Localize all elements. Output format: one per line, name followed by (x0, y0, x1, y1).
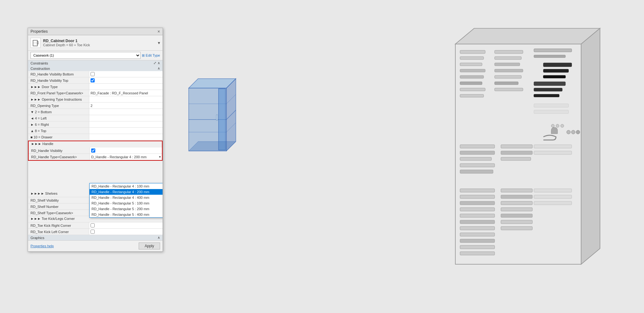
handle-section-highlighted: ►►► Handle RD_Handle Visibility RD_Handl… (28, 141, 163, 161)
handle-type-dropdown[interactable]: RD_Handle - Rectangular 4 : 100 mm RD_Ha… (89, 183, 163, 218)
prop-toe-kick-right: RD_Toe Kick Right Corner (28, 222, 163, 229)
panel-header: RD_Cabinet Door 1 Cabinet Depth = 60 + T… (28, 35, 163, 51)
svg-rect-72 (501, 208, 532, 211)
prop-2-bottom: ▼ 2 = Bottom (28, 109, 163, 115)
svg-rect-58 (460, 189, 495, 192)
prop-front-panel-type: RD_Front Panel Type<Casework> RD_Facade … (28, 90, 163, 96)
svg-rect-24 (543, 75, 565, 78)
prop-opening-type: RD_Opening Type 2 (28, 103, 163, 109)
constraints-section-header: Constraints ⤢ ∧ (28, 60, 163, 66)
handle-type-dropdown-arrow: ▾ (159, 155, 161, 159)
svg-rect-76 (534, 189, 572, 192)
svg-rect-21 (534, 55, 565, 58)
panel-header-subtitle: Cabinet Depth = 60 + Toe Kick (43, 43, 155, 47)
svg-rect-29 (460, 75, 484, 78)
prop-handle-section-label: ►►► Handle (29, 141, 162, 148)
svg-point-44 (561, 124, 564, 127)
constraints-collapse-icon[interactable]: ⤢ (153, 61, 156, 65)
prop-handle-visibility: RD_Handle Visibility (29, 148, 162, 154)
panel-title: Properties (31, 29, 48, 34)
svg-point-4 (37, 44, 37, 44)
svg-rect-81 (534, 94, 559, 97)
svg-rect-33 (495, 50, 523, 53)
svg-rect-57 (534, 151, 572, 154)
svg-rect-35 (495, 63, 520, 66)
svg-rect-55 (501, 157, 531, 160)
properties-help-link[interactable]: Properties help (31, 244, 54, 248)
svg-marker-18 (455, 28, 600, 44)
dropdown-item-5[interactable]: RD_Handle - Rectangular 5 : 400 mm (90, 212, 163, 217)
svg-rect-2 (37, 42, 38, 44)
svg-rect-53 (501, 145, 532, 148)
toe-kick-left-checkbox[interactable] (91, 230, 95, 234)
handle-visibility-top-checkbox[interactable] (91, 78, 95, 82)
svg-rect-37 (495, 75, 521, 78)
svg-rect-63 (460, 220, 495, 224)
svg-point-45 (567, 130, 570, 134)
svg-rect-60 (460, 201, 495, 205)
graphics-section-header: Graphics ∧ (28, 235, 163, 240)
constraints-collapse-controls: ⤢ ∧ (153, 61, 160, 65)
svg-rect-30 (460, 82, 482, 85)
svg-rect-25 (460, 50, 485, 53)
prop-handle-type: RD_Handle Type<Casework> D_Handle - Rect… (29, 154, 162, 160)
svg-rect-69 (501, 189, 532, 192)
svg-rect-70 (501, 195, 532, 198)
svg-rect-50 (460, 157, 491, 160)
panel-titlebar: Properties × (28, 28, 163, 35)
svg-rect-75 (501, 226, 532, 230)
svg-point-46 (571, 130, 575, 134)
panel-content: Constraints ⤢ ∧ Construction ∧ RD_Handle… (28, 60, 163, 240)
svg-rect-68 (460, 252, 495, 255)
svg-rect-28 (460, 69, 485, 72)
svg-rect-32 (460, 94, 484, 97)
svg-point-43 (556, 124, 559, 127)
svg-point-3 (37, 42, 37, 42)
panel-footer: Properties help Apply (28, 240, 163, 251)
handle-visibility-checkbox[interactable] (91, 148, 95, 153)
svg-rect-38 (495, 82, 518, 85)
svg-rect-0 (33, 40, 37, 46)
svg-rect-74 (501, 220, 532, 224)
svg-rect-56 (534, 145, 572, 148)
svg-rect-80 (534, 88, 562, 91)
construction-expand-icon[interactable]: ∧ (158, 66, 160, 70)
svg-rect-66 (460, 239, 495, 243)
prop-door-type: ►►► Door Type (28, 84, 163, 90)
svg-rect-20 (534, 49, 572, 52)
handle-visibility-bottom-checkbox[interactable] (91, 72, 95, 76)
toe-kick-right-checkbox[interactable] (91, 223, 95, 227)
dropdown-item-2[interactable]: RD_Handle - Rectangular 4 : 400 mm (90, 195, 163, 200)
svg-rect-26 (460, 57, 484, 59)
svg-rect-61 (460, 208, 495, 211)
panel-header-info: RD_Cabinet Door 1 Cabinet Depth = 60 + T… (43, 39, 155, 47)
type-dropdown[interactable]: Casework (1) (31, 52, 141, 59)
svg-rect-48 (460, 145, 495, 148)
svg-rect-36 (495, 69, 523, 72)
type-selector-row: Casework (1) ⊞ Edit Type (28, 51, 163, 60)
svg-rect-1 (33, 43, 37, 43)
graphics-expand-icon[interactable]: ∧ (158, 236, 160, 240)
close-button[interactable]: × (158, 29, 160, 34)
prop-toe-kick-left: RD_Toe Kick Left Corner (28, 229, 163, 235)
svg-rect-67 (460, 245, 495, 249)
prop-handle-visibility-top: RD_Handle Visibility Top (28, 77, 163, 84)
dropdown-item-3[interactable]: RD_Handle - Rectangular 5 : 100 mm (90, 200, 163, 206)
svg-rect-41 (534, 110, 569, 114)
dropdown-item-1[interactable]: RD_Handle - Rectangular 4 : 200 mm (90, 189, 163, 195)
svg-rect-79 (534, 82, 565, 86)
svg-point-42 (551, 124, 554, 127)
svg-rect-51 (460, 164, 495, 167)
dropdown-item-4[interactable]: RD_Handle - Rectangular 5 : 200 mm (90, 206, 163, 212)
prop-6-right: ► 6 = Right (28, 121, 163, 128)
constraints-expand-icon[interactable]: ∧ (158, 61, 160, 65)
svg-rect-27 (460, 63, 482, 66)
apply-button[interactable]: Apply (139, 243, 160, 249)
svg-rect-15 (216, 115, 218, 120)
edit-type-button[interactable]: ⊞ Edit Type (142, 53, 160, 58)
construction-section-header: Construction ∧ (28, 66, 163, 71)
dropdown-item-0[interactable]: RD_Handle - Rectangular 4 : 100 mm (90, 183, 163, 189)
prop-opening-type-instructions: ►►► Opening Type Instructions (28, 96, 163, 103)
svg-rect-34 (495, 57, 521, 59)
cabinet-icon (31, 38, 41, 48)
